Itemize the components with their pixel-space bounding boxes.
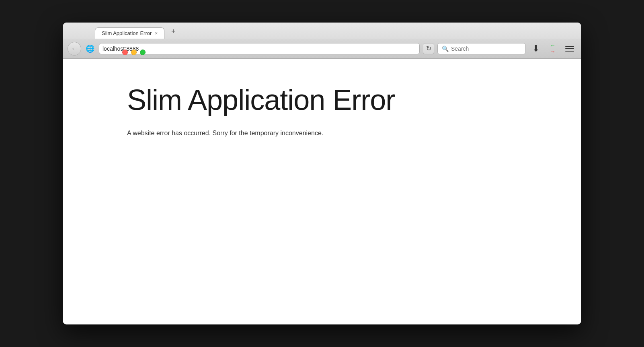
reload-button[interactable]: ↻ bbox=[423, 43, 434, 54]
back-button[interactable]: ← bbox=[68, 42, 81, 56]
tab-title: Slim Application Error bbox=[102, 30, 152, 36]
download-icon: ⬇ bbox=[532, 43, 539, 54]
traffic-lights bbox=[122, 50, 146, 55]
error-title: Slim Application Error bbox=[127, 83, 561, 116]
hamburger-icon bbox=[563, 44, 576, 54]
back-icon: ← bbox=[71, 45, 78, 52]
tab-close-button[interactable]: × bbox=[155, 31, 158, 36]
url-bar[interactable] bbox=[99, 43, 420, 54]
toolbar: ← 🌐 ↻ 🔍 ⬇ ← → bbox=[63, 39, 581, 59]
tab-row: Slim Application Error × + bbox=[63, 23, 581, 39]
reload-icon: ↻ bbox=[426, 45, 431, 52]
globe-icon: 🌐 bbox=[84, 43, 96, 54]
page-content: Slim Application Error A website error h… bbox=[63, 59, 581, 324]
transfer-arrows-icon: ← → bbox=[550, 43, 556, 54]
error-message: A website error has occurred. Sorry for … bbox=[127, 128, 561, 138]
search-icon: 🔍 bbox=[442, 45, 449, 52]
download-button[interactable]: ⬇ bbox=[529, 42, 543, 56]
maximize-button[interactable] bbox=[140, 50, 146, 55]
search-input[interactable] bbox=[451, 45, 521, 52]
arrow-right-red-icon: → bbox=[550, 49, 556, 54]
menu-button[interactable] bbox=[563, 42, 576, 56]
search-bar[interactable]: 🔍 bbox=[437, 43, 526, 54]
close-button[interactable] bbox=[122, 50, 128, 55]
active-tab[interactable]: Slim Application Error × bbox=[95, 27, 164, 39]
transfer-arrows-button[interactable]: ← → bbox=[546, 42, 560, 56]
browser-window: Slim Application Error × + ← 🌐 ↻ 🔍 bbox=[63, 23, 581, 324]
arrow-left-green-icon: ← bbox=[550, 43, 556, 48]
title-bar: Slim Application Error × + ← 🌐 ↻ 🔍 bbox=[63, 23, 581, 59]
new-tab-button[interactable]: + bbox=[168, 26, 179, 37]
minimize-button[interactable] bbox=[131, 50, 137, 55]
url-input[interactable] bbox=[103, 45, 416, 52]
